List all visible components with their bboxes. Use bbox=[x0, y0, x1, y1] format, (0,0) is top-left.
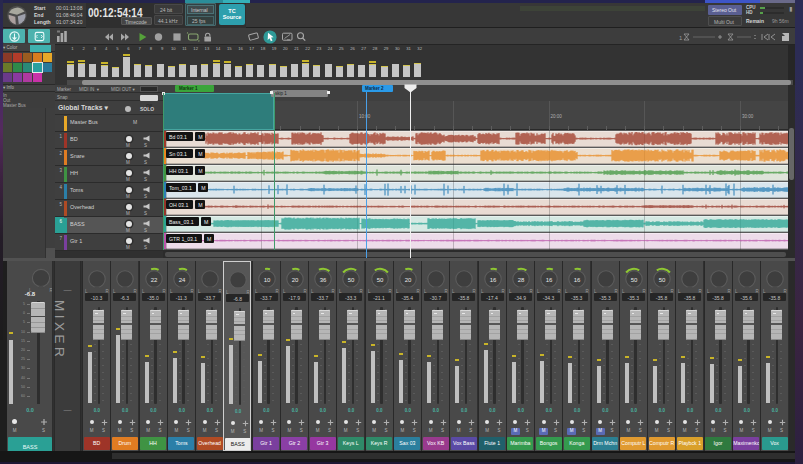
svg-text:36: 36 bbox=[320, 277, 327, 283]
svg-text:16: 16 bbox=[546, 277, 553, 283]
svg-text:50: 50 bbox=[630, 277, 637, 283]
svg-text:50: 50 bbox=[659, 277, 666, 283]
svg-text:50: 50 bbox=[348, 277, 355, 283]
svg-text:22: 22 bbox=[150, 277, 157, 283]
svg-text:20: 20 bbox=[404, 277, 411, 283]
svg-text:20: 20 bbox=[291, 277, 298, 283]
svg-text:16: 16 bbox=[574, 277, 581, 283]
svg-text:28: 28 bbox=[517, 277, 524, 283]
svg-text:10: 10 bbox=[263, 277, 270, 283]
svg-text:16: 16 bbox=[489, 277, 496, 283]
svg-text:50: 50 bbox=[376, 277, 383, 283]
svg-text:24: 24 bbox=[178, 277, 185, 283]
